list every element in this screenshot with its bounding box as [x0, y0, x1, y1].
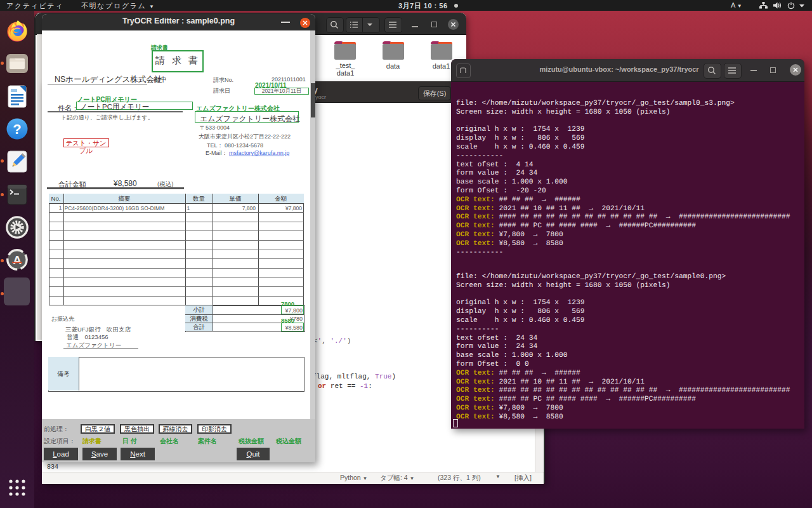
svg-text:A: A	[13, 253, 22, 267]
svg-text:?: ?	[13, 121, 21, 137]
